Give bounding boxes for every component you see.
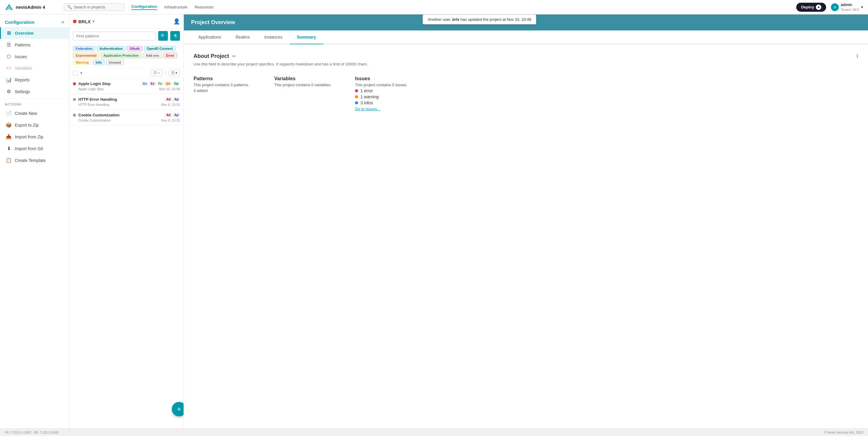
about-project-section: About Project ✏ ℹ Use this field to desc… bbox=[193, 53, 858, 66]
issues-error-row: 1 error bbox=[355, 88, 421, 93]
create-new-icon: 📄 bbox=[6, 110, 12, 116]
about-project-description: Use this field to describe your project … bbox=[193, 62, 858, 66]
tag-ad: Ad bbox=[165, 113, 172, 117]
nav-configuration[interactable]: Configuration bbox=[131, 4, 157, 10]
tag-warning[interactable]: Warning bbox=[73, 60, 92, 65]
pattern-item-cookie-customization[interactable]: Cookie Customization Ad Ap Cookie Custom… bbox=[69, 110, 184, 125]
sidebar-item-settings[interactable]: ⚙ Settings bbox=[0, 86, 69, 97]
deploy-play-icon bbox=[816, 4, 821, 10]
go-to-issues-link[interactable]: Go to Issues... bbox=[355, 107, 380, 111]
tag-error[interactable]: Error bbox=[163, 53, 177, 58]
pattern-status-dot bbox=[73, 114, 76, 117]
sort-button[interactable]: ⏱ ▾ bbox=[151, 70, 162, 76]
sidebar-item-issues[interactable]: ⬡ Issues bbox=[0, 51, 69, 62]
tag-info[interactable]: Info bbox=[93, 60, 104, 65]
panel-user-icon[interactable]: 👤 bbox=[173, 18, 180, 25]
sidebar-label-issues: Issues bbox=[15, 54, 27, 59]
tag-qa: QA bbox=[164, 82, 172, 86]
select-dropdown-icon[interactable]: ▾ bbox=[80, 70, 82, 76]
tab-summary[interactable]: Summary bbox=[290, 30, 323, 44]
search-placeholder: Search in projects bbox=[74, 5, 105, 9]
tag-row: Federation Authentication OAuth OpenID C… bbox=[69, 43, 184, 68]
issues-warning-count: 1 warning bbox=[361, 94, 379, 99]
sidebar-label-overview: Overview bbox=[15, 31, 33, 36]
pattern-item-http-error[interactable]: HTTP Error Handling Ad Ap HTTP Error Han… bbox=[69, 94, 184, 110]
tag-federation[interactable]: Federation bbox=[73, 46, 95, 51]
tag-app-protection[interactable]: Application Protection bbox=[101, 53, 141, 58]
about-info-icon[interactable]: ℹ bbox=[856, 53, 858, 59]
pattern-date: Nov 10, 10:48 bbox=[159, 87, 180, 91]
tag-oauth[interactable]: OAuth bbox=[127, 46, 143, 51]
patterns-stat: Patterns This project contains 3 pattern… bbox=[193, 76, 260, 111]
sidebar-item-export-zip[interactable]: 📦 Export to Zip bbox=[0, 119, 69, 131]
tag-authentication[interactable]: Authentication bbox=[97, 46, 125, 51]
deploy-label: Deploy bbox=[801, 5, 814, 9]
sidebar-collapse-button[interactable]: « bbox=[61, 19, 64, 25]
error-dot-icon bbox=[355, 89, 358, 92]
project-selector[interactable]: BRLX ▾ bbox=[73, 19, 94, 24]
variables-stat-title: Variables bbox=[274, 76, 341, 81]
sidebar: Configuration « ⊞ Overview ☰ Patterns ⬡ … bbox=[0, 14, 69, 429]
overview-tabs: Applications Realms Instances Summary bbox=[184, 30, 868, 44]
nav-resources[interactable]: Resources bbox=[195, 5, 213, 9]
sidebar-item-import-zip[interactable]: 📥 Import from Zip bbox=[0, 131, 69, 143]
pattern-panel: BRLX ▾ 👤 🔍 ⚗ Federation Authentication O… bbox=[69, 14, 184, 429]
sidebar-label-variables: Variables bbox=[15, 66, 32, 70]
issues-warning-row: 1 warning bbox=[355, 94, 421, 99]
nevis-logo-icon bbox=[5, 3, 13, 11]
tag-add-ons[interactable]: Add-ons bbox=[143, 53, 162, 58]
sidebar-label-reports: Reports bbox=[15, 78, 30, 82]
tab-applications[interactable]: Applications bbox=[191, 30, 228, 44]
footer: FE 7.2311.0-1062 · BE 7.2311.0.692 © Nev… bbox=[0, 429, 868, 436]
user-area[interactable]: A admin Tenant: DEV ▾ bbox=[831, 2, 863, 12]
pattern-meta: HTTP Error Handling Nov 8, 13:15 bbox=[73, 103, 180, 107]
pattern-filter-button[interactable]: ⚗ bbox=[170, 31, 180, 41]
issues-stat-text: This project contains 5 issues. bbox=[355, 83, 421, 87]
sidebar-item-patterns[interactable]: ☰ Patterns bbox=[0, 39, 69, 51]
list-toolbar: ▾ ⏱ ▾ | ☰ ▾ bbox=[69, 68, 184, 78]
nav-links: Configuration Infrastructure Resources bbox=[131, 4, 213, 10]
about-edit-icon[interactable]: ✏ bbox=[232, 53, 236, 59]
create-template-icon: 📋 bbox=[6, 157, 12, 163]
user-avatar: A bbox=[831, 3, 839, 11]
patterns-stat-sub: 3 added bbox=[193, 88, 260, 93]
issues-info-count: 3 infos bbox=[361, 100, 373, 105]
pattern-search-button[interactable]: 🔍 bbox=[158, 31, 168, 41]
content-area: BRLX ▾ 👤 🔍 ⚗ Federation Authentication O… bbox=[69, 14, 868, 429]
sidebar-item-variables[interactable]: <> Variables bbox=[0, 62, 69, 74]
pattern-search-input[interactable] bbox=[73, 32, 156, 40]
tag-ad: Ad bbox=[165, 97, 172, 101]
sidebar-item-overview[interactable]: ⊞ Overview bbox=[0, 27, 69, 39]
sidebar-item-create-template[interactable]: 📋 Create Template bbox=[0, 154, 69, 166]
export-zip-icon: 📦 bbox=[6, 122, 12, 128]
pattern-name: HTTP Error Handling bbox=[79, 97, 162, 101]
tag-openid-connect[interactable]: OpenID Connect bbox=[144, 46, 176, 51]
sidebar-item-create-new[interactable]: 📄 Create New bbox=[0, 107, 69, 119]
nav-infrastructure[interactable]: Infrastructure bbox=[164, 5, 187, 9]
footer-left: FE 7.2311.0-1062 · BE 7.2311.0.692 bbox=[5, 431, 59, 434]
sidebar-item-reports[interactable]: 📊 Reports bbox=[0, 74, 69, 86]
fab-add-button[interactable]: + bbox=[172, 402, 184, 416]
tag-unused[interactable]: Unused bbox=[106, 60, 124, 65]
pattern-item-apple-login[interactable]: Apple Login Step Au Ex Fe QA Op Apple Lo… bbox=[69, 78, 184, 94]
actions-section-label: ACTIONS bbox=[0, 100, 69, 107]
variables-stat-text: This project contains 0 variables. bbox=[274, 83, 341, 87]
tag-ex: Ex bbox=[149, 82, 156, 86]
tag-experimental[interactable]: Experimental bbox=[73, 53, 99, 58]
select-all-checkbox[interactable] bbox=[73, 70, 78, 76]
search-bar[interactable]: 🔍 Search in projects bbox=[64, 3, 124, 11]
pattern-description: HTTP Error Handling bbox=[79, 103, 110, 107]
deploy-button[interactable]: Deploy bbox=[796, 3, 826, 12]
tag-au: Au bbox=[141, 82, 148, 86]
warning-dot-icon bbox=[355, 95, 358, 98]
tab-instances[interactable]: Instances bbox=[257, 30, 290, 44]
sidebar-label-import-git: Import from Git bbox=[15, 146, 43, 151]
app-name: nevisAdmin 4 bbox=[16, 4, 45, 10]
view-button[interactable]: ☰ ▾ bbox=[168, 70, 180, 76]
variables-icon: <> bbox=[6, 65, 12, 71]
pattern-tags: Ad Ap bbox=[165, 97, 180, 101]
sidebar-label-create-template: Create Template bbox=[15, 158, 45, 163]
sidebar-item-import-git[interactable]: ⬇ Import from Git bbox=[0, 143, 69, 154]
pattern-item-header: Apple Login Step Au Ex Fe QA Op bbox=[73, 81, 180, 86]
tab-realms[interactable]: Realms bbox=[228, 30, 257, 44]
